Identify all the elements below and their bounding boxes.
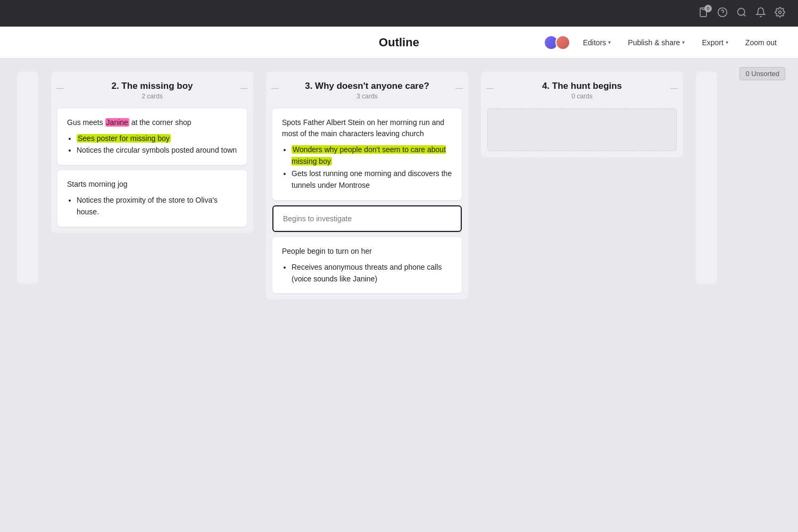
- bullet-proximity: Notices the proximity of the store to Ol…: [77, 194, 237, 218]
- column-missing-boy-header: — 2. The missing boy 2 cards —: [51, 71, 253, 104]
- column-hunt-left-handle[interactable]: —: [486, 84, 494, 92]
- card-father-albert-bullets: Wonders why people don't seem to care ab…: [282, 144, 452, 192]
- export-chevron: ▾: [726, 39, 728, 45]
- card-gus-janine-bullets: Sees poster for missing boy Notices the …: [67, 132, 237, 156]
- column-hunt-subtitle: 0 cards: [492, 93, 672, 100]
- card-gus-janine-text: Gus meets Janine at the corner shop: [67, 117, 237, 128]
- column-why-title: 3. Why doesn't anyone care?: [277, 81, 458, 92]
- column-hunt-title: 4. The hunt begins: [492, 81, 672, 92]
- editors-chevron: ▾: [608, 39, 611, 45]
- column-why-left-handle[interactable]: —: [271, 84, 279, 92]
- column-hunt-right-handle[interactable]: —: [670, 84, 678, 92]
- zoom-out-button[interactable]: Zoom out: [741, 36, 781, 49]
- partial-right-column: [696, 71, 717, 284]
- column-hunt-body: [481, 104, 683, 157]
- svg-point-5: [779, 11, 782, 13]
- bullet-wonders-why: Wonders why people don't seem to care ab…: [292, 144, 452, 168]
- clipboard-badge: 0: [704, 5, 712, 12]
- wonders-highlight: Wonders why people don't seem to care ab…: [292, 145, 446, 165]
- partial-left-column: [17, 71, 38, 284]
- column-missing-boy-body: Gus meets Janine at the corner shop Sees…: [51, 104, 253, 233]
- svg-point-1: [718, 7, 727, 16]
- header-right: Editors ▾ Publish & share ▾ Export ▾ Zoo…: [544, 35, 781, 50]
- column-why-header: — 3. Why doesn't anyone care? 3 cards —: [266, 71, 468, 104]
- bullet-anonymous-threats: Receives anonymous threats and phone cal…: [292, 261, 452, 285]
- publish-share-button[interactable]: Publish & share ▾: [624, 36, 689, 49]
- card-morning-jog-text: Starts morning jog: [67, 179, 237, 190]
- bullet-sees-poster: Sees poster for missing boy: [77, 132, 237, 144]
- column-why-body: Spots Father Albert Stein on her morning…: [266, 104, 468, 300]
- column-hunt-begins: — 4. The hunt begins 0 cards —: [481, 71, 683, 157]
- card-input-investigate[interactable]: [272, 205, 462, 232]
- search-icon[interactable]: [736, 7, 747, 20]
- card-morning-jog[interactable]: Starts morning jog Notices the proximity…: [57, 170, 247, 227]
- publish-chevron: ▾: [682, 39, 685, 45]
- sees-poster-highlight: Sees poster for missing boy: [77, 134, 171, 143]
- editors-button[interactable]: Editors ▾: [579, 36, 616, 49]
- column-why-subtitle: 3 cards: [277, 93, 458, 100]
- card-father-albert-text: Spots Father Albert Stein on her morning…: [282, 117, 452, 139]
- card-people-turn[interactable]: People begin to turn on her Receives ano…: [272, 237, 462, 294]
- export-button[interactable]: Export ▾: [697, 36, 732, 49]
- header: Outline Editors ▾ Publish & share ▾ Expo…: [0, 27, 798, 59]
- column-missing-boy-title: 2. The missing boy: [62, 81, 243, 92]
- card-gus-janine[interactable]: Gus meets Janine at the corner shop Sees…: [57, 109, 247, 165]
- column-why-right-handle[interactable]: —: [455, 84, 463, 92]
- avatar-2: [555, 35, 570, 50]
- bullet-circular-symbols: Notices the circular symbols posted arou…: [77, 144, 237, 156]
- card-people-turn-text: People begin to turn on her: [282, 246, 452, 257]
- bell-icon[interactable]: [755, 7, 766, 20]
- top-bar: 0: [0, 0, 798, 27]
- help-icon[interactable]: [717, 7, 728, 20]
- card-father-albert[interactable]: Spots Father Albert Stein on her morning…: [272, 109, 462, 200]
- unsorted-badge[interactable]: 0 Unsorted: [739, 67, 785, 80]
- svg-line-4: [744, 14, 746, 16]
- janine-highlight: Janine: [105, 118, 129, 127]
- clipboard-icon[interactable]: 0: [698, 7, 709, 20]
- settings-icon[interactable]: [775, 7, 785, 20]
- content-area: 0 Unsorted — 2. The missing boy 2 cards …: [0, 59, 798, 532]
- column-right-handle[interactable]: —: [240, 84, 248, 92]
- column-missing-boy-subtitle: 2 cards: [62, 93, 243, 100]
- column-why-doesnt-anyone-care: — 3. Why doesn't anyone care? 3 cards — …: [266, 71, 468, 300]
- page-title: Outline: [379, 36, 419, 49]
- investigate-input[interactable]: [283, 214, 451, 223]
- svg-point-3: [738, 8, 745, 15]
- empty-card-slot: [487, 109, 677, 151]
- bullet-tunnels: Gets lost running one morning and discov…: [292, 168, 452, 192]
- column-missing-boy: — 2. The missing boy 2 cards — Gus meets…: [51, 71, 253, 233]
- column-hunt-header: — 4. The hunt begins 0 cards —: [481, 71, 683, 104]
- card-people-turn-bullets: Receives anonymous threats and phone cal…: [282, 261, 452, 285]
- column-left-handle[interactable]: —: [56, 84, 64, 92]
- editors-group[interactable]: [544, 35, 570, 50]
- card-morning-jog-bullets: Notices the proximity of the store to Ol…: [67, 194, 237, 218]
